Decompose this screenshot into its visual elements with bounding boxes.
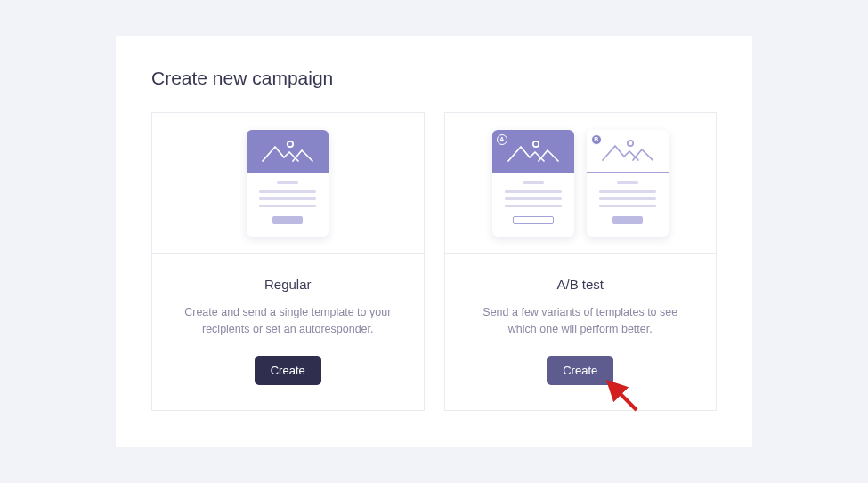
svg-point-2 — [628, 141, 633, 146]
campaign-card-abtest: A — [444, 112, 718, 411]
create-abtest-button[interactable]: Create — [547, 356, 613, 385]
variant-badge-b: B — [591, 134, 602, 145]
page-title: Create new campaign — [151, 68, 717, 89]
image-placeholder-icon: A — [492, 130, 574, 173]
template-mock — [247, 130, 329, 237]
campaign-type-cards: Regular Create and send a single templat… — [151, 112, 717, 411]
campaign-card-regular: Regular Create and send a single templat… — [151, 112, 425, 411]
create-campaign-panel: Create new campaign — [116, 36, 752, 447]
preview-regular — [152, 113, 424, 254]
variant-badge-a: A — [497, 134, 507, 145]
card-title-regular: Regular — [179, 277, 397, 292]
card-body-regular: Regular Create and send a single templat… — [152, 254, 424, 410]
svg-point-1 — [533, 141, 539, 147]
image-placeholder-icon — [247, 130, 329, 173]
mock-body — [492, 173, 574, 237]
create-regular-button[interactable]: Create — [255, 356, 321, 385]
mock-body — [587, 173, 669, 237]
preview-abtest: A — [445, 113, 717, 254]
template-mock-a: A — [492, 130, 574, 237]
card-desc-regular: Create and send a single template to you… — [179, 304, 397, 338]
card-body-abtest: A/B test Send a few variants of template… — [445, 254, 717, 410]
card-title-abtest: A/B test — [472, 277, 690, 292]
svg-point-0 — [288, 141, 293, 147]
template-mock-b: B — [587, 130, 669, 237]
card-desc-abtest: Send a few variants of templates to see … — [472, 304, 690, 338]
mock-body — [247, 173, 329, 237]
image-placeholder-icon: B — [587, 130, 669, 173]
